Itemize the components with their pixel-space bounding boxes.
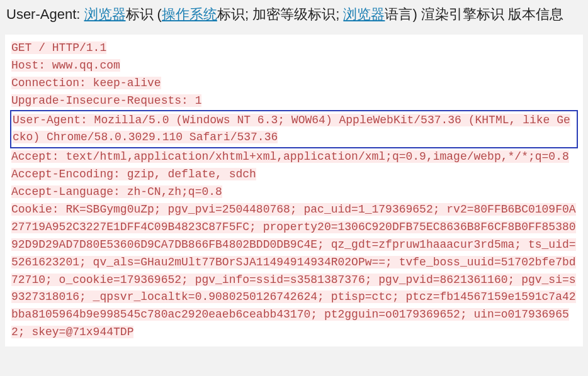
request-line: GET / HTTP/1.1 xyxy=(11,40,577,57)
t2: 标识; 加密等级标识; xyxy=(217,6,343,22)
http-request-block: GET / HTTP/1.1 Host: www.qq.com Connecti… xyxy=(5,35,583,346)
browser-link-1[interactable]: 浏览器 xyxy=(84,6,126,22)
accept-encoding-header: Accept-Encoding: gzip, deflate, sdch xyxy=(11,166,577,184)
t3: 语言) 渲染引擎标识 版本信息 xyxy=(385,6,563,22)
upgrade-insecure-header: Upgrade-Insecure-Requests: 1 xyxy=(11,92,577,110)
accept-language-header: Accept-Language: zh-CN,zh;q=0.8 xyxy=(11,184,577,201)
os-link[interactable]: 操作系统 xyxy=(162,6,217,22)
cookie-header: Cookie: RK=SBGymg0uZp; pgv_pvi=250448076… xyxy=(11,201,577,341)
accept-header: Accept: text/html,application/xhtml+xml,… xyxy=(11,148,577,166)
ua-prefix: User-Agent: xyxy=(6,6,84,22)
host-header: Host: www.qq.com xyxy=(11,57,577,75)
t1: 标识 ( xyxy=(126,6,162,22)
browser-link-2[interactable]: 浏览器 xyxy=(343,6,385,22)
connection-header: Connection: keep-alive xyxy=(11,75,577,92)
user-agent-format-header: User-Agent: 浏览器标识 (操作系统标识; 加密等级标识; 浏览器语言… xyxy=(0,0,588,30)
user-agent-header-highlight: User-Agent: Mozilla/5.0 (Windows NT 6.3;… xyxy=(10,110,578,149)
